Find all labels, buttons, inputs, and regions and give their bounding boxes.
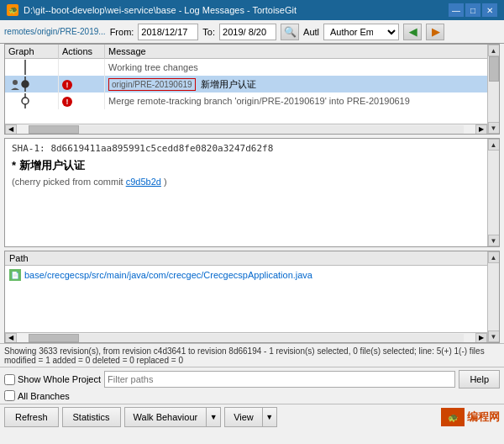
cherry-line: (cherry picked from commit c9d5b2d ): [12, 177, 492, 187]
detail-vscroll-up[interactable]: ▲: [488, 139, 500, 151]
graph-svg: [8, 93, 55, 108]
action-row: Refresh Statistics Walk Behaviour ▼ View…: [0, 404, 504, 430]
path-vscroll-up[interactable]: ▲: [488, 251, 500, 263]
all-branches-row: All Branches: [4, 390, 500, 401]
file-path: base/crecgecsp/src/main/java/com/crecgec…: [24, 270, 312, 280]
help-button[interactable]: Help: [459, 370, 500, 388]
to-date-input[interactable]: [219, 24, 276, 40]
logo-icon: 🐢: [448, 413, 458, 422]
title-bar-left: 🐢 D:\git--boot-develop\wei-service\base …: [7, 4, 297, 16]
graph-cell: [5, 92, 59, 109]
from-date-input[interactable]: [138, 24, 198, 40]
minimize-button[interactable]: —: [449, 3, 464, 17]
sha-label: SHA-1:: [12, 143, 45, 154]
cherry-hash-link[interactable]: c9d5b2d: [126, 177, 161, 187]
warning-icon: !: [62, 80, 72, 90]
vscroll-track: [488, 56, 499, 122]
message-cell: origin/PRE-20190619 新增用户认证: [105, 76, 499, 92]
path-hscroll[interactable]: ◀ ▶: [5, 332, 487, 342]
path-vscroll[interactable]: ▲ ▼: [487, 251, 499, 342]
vscroll-down[interactable]: ▼: [488, 122, 500, 134]
horizontal-scrollbar[interactable]: ◀ ▶: [5, 124, 487, 134]
prev-button[interactable]: ◀: [403, 24, 422, 40]
logo-box: 🐢: [441, 408, 465, 426]
hscroll-left[interactable]: ◀: [5, 124, 17, 135]
view-split-button: View ▼: [224, 407, 277, 427]
from-label: From:: [110, 27, 134, 37]
search-button[interactable]: 🔍: [281, 24, 299, 40]
table-row[interactable]: Working tree changes: [5, 59, 499, 77]
message-cell: Working tree changes: [105, 59, 499, 77]
show-whole-project-checkbox[interactable]: Show Whole Project: [4, 374, 101, 385]
window-controls: — □ ✕: [449, 3, 497, 17]
log-table-container: Graph Actions Message Working tree chang…: [4, 44, 500, 135]
path-vscroll-track: [488, 263, 499, 330]
vertical-scrollbar[interactable]: ▲ ▼: [487, 45, 499, 134]
walk-behaviour-button[interactable]: Walk Behaviour: [124, 407, 207, 427]
graph-cell: [5, 76, 59, 92]
view-button[interactable]: View: [224, 407, 262, 427]
table-row[interactable]: ! origin/PRE-20190619 新增用户认证: [5, 76, 499, 92]
show-whole-project-label: Show Whole Project: [18, 374, 101, 384]
author-select[interactable]: Author Email: [323, 24, 399, 40]
col-graph: Graph: [5, 45, 59, 59]
to-label: To:: [202, 27, 215, 37]
svg-point-5: [22, 98, 29, 104]
vscroll-thumb: [489, 56, 499, 82]
refresh-button[interactable]: Refresh: [4, 407, 59, 427]
checkboxes: Show Whole Project: [4, 374, 101, 385]
action-left: Refresh Statistics Walk Behaviour ▼ View…: [4, 407, 277, 427]
detail-area: SHA-1: 8d6619411aa895991c5cedd8fe0820a32…: [4, 138, 500, 247]
col-actions: Actions: [59, 45, 105, 59]
all-branches-checkbox[interactable]: All Branches: [4, 390, 70, 401]
commit-title: * 新增用户认证: [12, 158, 492, 173]
hscroll-right[interactable]: ▶: [475, 124, 487, 135]
action-cell: !: [59, 92, 105, 109]
logo-text: 编程网: [467, 410, 500, 425]
svg-point-3: [13, 80, 18, 85]
tortoise-logo: 🐢 编程网: [441, 408, 500, 426]
table-row[interactable]: ! Merge remote-tracking branch 'origin/P…: [5, 92, 499, 109]
detail-vscroll-down[interactable]: ▼: [488, 235, 500, 246]
detail-scrollbar[interactable]: ▲ ▼: [487, 139, 499, 246]
message-cell: Merge remote-tracking branch 'origin/PRE…: [105, 92, 499, 109]
walk-behaviour-dropdown[interactable]: ▼: [206, 407, 221, 427]
detail-vscroll-track: [488, 151, 499, 235]
author-label: Autl: [303, 27, 319, 37]
graph-cell: [5, 59, 59, 77]
remote-label: remotes/origin/PRE-2019...: [4, 27, 106, 36]
path-hscroll-thumb: [29, 334, 79, 342]
col-message: Message: [105, 45, 499, 59]
path-area: Path 📄 base/crecgecsp/src/main/java/com/…: [4, 251, 500, 343]
view-dropdown[interactable]: ▼: [262, 407, 277, 427]
title-text: D:\git--boot-develop\wei-service\base - …: [24, 5, 297, 15]
graph-svg: [8, 77, 55, 92]
bottom-controls: Show Whole Project Help All Branches: [0, 367, 504, 404]
toolbar: remotes/origin/PRE-2019... From: To: 🔍 A…: [0, 20, 504, 44]
path-vscroll-down[interactable]: ▼: [488, 330, 500, 342]
maximize-button[interactable]: □: [465, 3, 480, 17]
sha-line: SHA-1: 8d6619411aa895991c5cedd8fe0820a32…: [12, 143, 492, 154]
cherry-text: (cherry picked from commit: [12, 177, 123, 187]
all-branches-input[interactable]: [4, 390, 15, 401]
warning-icon: !: [62, 97, 72, 107]
action-cell: [59, 59, 105, 77]
show-whole-project-input[interactable]: [4, 374, 15, 385]
filter-paths-input[interactable]: [104, 371, 455, 388]
cherry-close: ): [164, 177, 167, 187]
path-header: Path: [5, 251, 499, 266]
sha-value: 8d6619411aa895991c5cedd8fe0820a3247d62f8: [50, 143, 273, 154]
path-hscroll-right[interactable]: ▶: [475, 333, 487, 343]
path-hscroll-left[interactable]: ◀: [5, 333, 17, 343]
vscroll-up[interactable]: ▲: [488, 45, 500, 56]
close-button[interactable]: ✕: [482, 3, 497, 17]
commit-message: 新增用户认证: [201, 79, 256, 89]
list-item[interactable]: 📄 base/crecgecsp/src/main/java/com/crecg…: [9, 268, 495, 282]
statistics-button[interactable]: Statistics: [62, 407, 121, 427]
hscroll-track: [29, 125, 464, 134]
next-button[interactable]: ▶: [426, 24, 444, 40]
filter-row: Show Whole Project Help: [4, 370, 500, 388]
commit-ref: origin/PRE-20190619: [108, 78, 196, 91]
svg-point-2: [22, 81, 29, 87]
graph-svg: [8, 60, 55, 75]
